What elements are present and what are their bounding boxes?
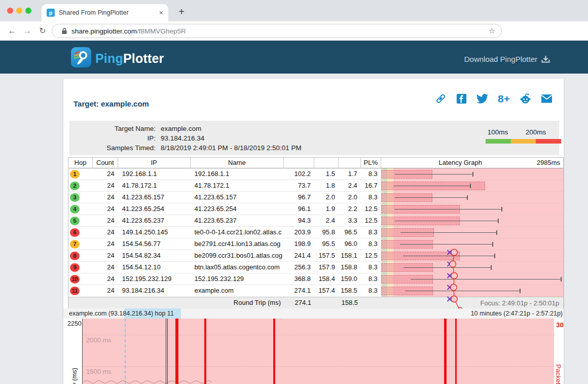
twitter-icon[interactable] xyxy=(476,93,488,104)
hop-badge: 10 xyxy=(70,275,80,284)
cur-cell: 2.4 xyxy=(339,180,361,192)
cur-cell: 2.0 xyxy=(339,192,361,203)
browser-toolbar: ← → ↻ share.pingplotter.com/f8MMVGhep5R … xyxy=(0,21,588,41)
name-cell: 41.223.65.237 xyxy=(191,215,284,227)
gridline xyxy=(83,366,555,367)
col-header-ip[interactable]: IP xyxy=(118,158,191,168)
max-latency-whisker xyxy=(395,221,498,221)
focus-time-marker[interactable] xyxy=(125,319,126,384)
name-cell: 192.168.1.1 xyxy=(191,168,284,180)
hop-row-11[interactable]: 112493.184.216.34example.com274.1157.415… xyxy=(68,285,563,297)
col-header-latency-graph[interactable]: Latency Graph 2985ms xyxy=(381,158,563,168)
hop-row-9[interactable]: 924154.54.12.10btn.lax05.atlas.cogentco.… xyxy=(68,262,563,273)
tab-close-icon[interactable]: × xyxy=(159,9,163,17)
count-cell: 24 xyxy=(93,273,118,285)
hop-row-10[interactable]: 1024152.195.232.129152.195.232.129368.81… xyxy=(68,273,563,285)
max-latency-whisker xyxy=(405,291,520,291)
name-cell: 41.223.65.157 xyxy=(191,192,284,203)
col-header-hop[interactable]: Hop xyxy=(68,158,93,168)
browser-tab-strip: p Shared From PingPlotter × + xyxy=(0,0,588,21)
pingplotter-logo-icon[interactable] xyxy=(71,47,91,67)
legend-segment xyxy=(486,139,511,144)
window-zoom-button[interactable] xyxy=(25,8,31,14)
hop-row-7[interactable]: 724154.54.56.77be2791.ccr41.lon13.atlas.… xyxy=(68,238,563,250)
download-label: Download PingPlotter xyxy=(464,55,537,63)
packetloss-cell: 8.3 xyxy=(361,227,381,238)
summary-row: Samples Timed:8/18/2019 2:49:01 PM - 8/1… xyxy=(69,144,302,152)
min-cell: 157.9 xyxy=(314,262,339,273)
reddit-icon[interactable] xyxy=(520,93,531,104)
ip-cell: 41.78.172.1 xyxy=(118,180,191,192)
whisker-end-cap xyxy=(492,242,493,247)
ip-cell: 154.54.56.77 xyxy=(118,238,191,250)
col-header-pl[interactable]: PL% xyxy=(361,158,381,168)
packetloss-cell: 8.3 xyxy=(361,238,381,250)
hop-row-2[interactable]: 22441.78.172.141.78.172.173.71.82.416.7 xyxy=(68,180,563,192)
col-header-min[interactable] xyxy=(314,158,339,168)
window-close-button[interactable] xyxy=(7,8,13,14)
hop-badge: 11 xyxy=(70,287,80,295)
round-trip-label: Round Trip (ms) xyxy=(191,297,284,309)
ip-cell: 149.14.250.145 xyxy=(118,227,191,238)
packet-loss-bar xyxy=(204,319,206,384)
summary-label: Samples Timed: xyxy=(69,144,156,152)
max-latency-whisker xyxy=(403,256,494,256)
hop-row-5[interactable]: 52441.223.65.23741.223.65.23794.32.43.31… xyxy=(68,215,563,227)
email-icon[interactable] xyxy=(541,94,553,103)
facebook-icon[interactable] xyxy=(456,93,467,104)
hop-row-4[interactable]: 42441.223.65.25441.223.65.25496.11.92.21… xyxy=(68,203,563,215)
hop-badge: 6 xyxy=(70,228,80,237)
brand-wordmark[interactable]: PingPlotter xyxy=(95,51,164,66)
cur-cell: 1.7 xyxy=(339,168,361,180)
round-trip-avg: 274.1 xyxy=(284,297,315,309)
avg-cell: 96.1 xyxy=(284,203,314,215)
tab-title: Shared From PingPlotter xyxy=(59,9,155,16)
download-pingplotter-link[interactable]: Download PingPlotter xyxy=(464,55,550,63)
name-cell: example.com xyxy=(191,285,284,297)
hop-row-8[interactable]: 824154.54.82.34be2099.ccr31.bos01.atlas.… xyxy=(68,250,563,262)
hop-row-6[interactable]: 624149.14.250.145te0-0-0-14.ccr21.lon02.… xyxy=(68,227,563,238)
col-header-name[interactable]: Name xyxy=(191,158,284,168)
legend-segment xyxy=(536,139,561,144)
packetloss-cell: 8.3 xyxy=(361,273,381,285)
googleplus-icon[interactable]: 8+ xyxy=(498,93,510,104)
brand-plotter: Plotter xyxy=(123,51,164,65)
forward-button[interactable]: → xyxy=(21,25,33,37)
bookmark-star-icon[interactable]: ☆ xyxy=(489,26,495,36)
link-icon[interactable] xyxy=(435,93,447,104)
summary-row: Target Name:example.com xyxy=(69,125,201,132)
browser-tab[interactable]: p Shared From PingPlotter × xyxy=(42,4,168,21)
timeline-range-label: 10 minutes (2:47:21p - 2:57:21p) xyxy=(471,310,563,317)
new-tab-button[interactable]: + xyxy=(174,5,189,19)
cur-cell: 158.5 xyxy=(339,285,361,297)
latency-graph-cell xyxy=(381,180,563,192)
col-header-cur[interactable] xyxy=(339,158,361,168)
hop-row-1[interactable]: 124192.168.1.1192.168.1.1102.21.51.78.3 xyxy=(68,168,563,180)
hop-badge: 2 xyxy=(70,182,80,190)
max-latency-whisker xyxy=(394,209,502,210)
avg-cell: 368.8 xyxy=(284,273,314,285)
sample-time-marker[interactable] xyxy=(166,319,168,384)
count-cell: 24 xyxy=(93,238,118,250)
legend-100ms-label: 100ms xyxy=(483,128,513,136)
packetloss-cell: 16.7 xyxy=(361,180,381,192)
count-cell: 24 xyxy=(93,168,118,180)
back-button[interactable]: ← xyxy=(6,25,18,37)
col-header-count[interactable]: Count xyxy=(93,158,118,168)
cur-cell: 96.5 xyxy=(339,227,361,238)
whisker-end-cap xyxy=(498,219,499,223)
address-bar[interactable]: share.pingplotter.com/f8MMVGhep5R ☆ xyxy=(52,24,502,38)
latency-graph-cell xyxy=(381,262,563,273)
legend-segment xyxy=(511,139,536,144)
col-header-avg[interactable] xyxy=(284,158,314,168)
timeline-graph[interactable]: 2000 ms1500 ms xyxy=(82,319,554,384)
name-cell: be2099.ccr31.bos01.atlas.cog xyxy=(191,250,284,262)
packet-loss-bar xyxy=(444,319,447,384)
timeline-header-band[interactable]: example.com (93.184.216.34) hop 11 10 mi… xyxy=(63,308,564,319)
name-cell: 41.223.65.254 xyxy=(191,203,284,215)
reload-button[interactable]: ↻ xyxy=(36,25,49,37)
url-host: share.pingplotter.com xyxy=(71,27,137,35)
window-minimize-button[interactable] xyxy=(16,8,22,14)
hop-row-3[interactable]: 32441.223.65.15741.223.65.15796.72.02.08… xyxy=(68,192,563,203)
trace-summary-box: Target Name:example.com IP:93.184.216.34… xyxy=(69,121,559,155)
